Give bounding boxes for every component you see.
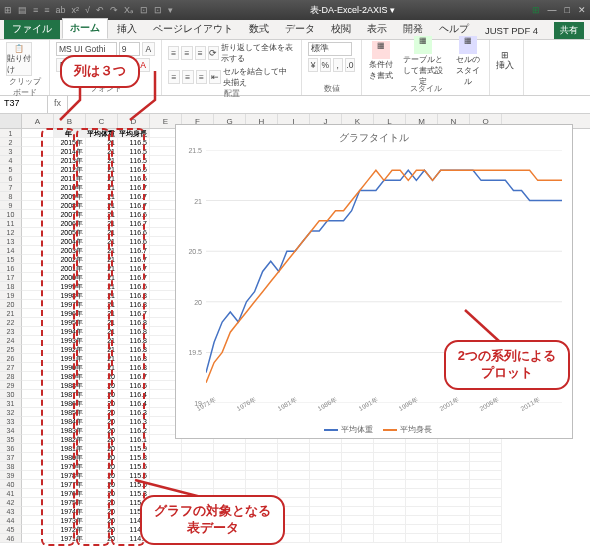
cell[interactable]: 21 xyxy=(86,210,118,219)
row-header[interactable]: 10 xyxy=(0,210,22,219)
row-header[interactable]: 22 xyxy=(0,318,22,327)
cell[interactable]: 2013年 xyxy=(54,156,86,165)
cell[interactable]: 20 xyxy=(86,534,118,543)
align-top-icon[interactable]: ≡ xyxy=(168,46,179,60)
cell-styles[interactable]: ▦セルのスタイル xyxy=(453,36,483,87)
cell[interactable]: 116.8 xyxy=(118,363,150,372)
grow-font-icon[interactable]: A xyxy=(142,42,155,56)
cell[interactable]: 1978年 xyxy=(54,471,86,480)
cell[interactable]: 20 xyxy=(86,390,118,399)
cell[interactable]: 21 xyxy=(86,300,118,309)
cell[interactable]: 1973年 xyxy=(54,516,86,525)
cell[interactable]: 116.6 xyxy=(118,228,150,237)
font-size[interactable]: 9 xyxy=(119,42,140,56)
cell[interactable]: 116.8 xyxy=(118,300,150,309)
cell[interactable]: 2001年 xyxy=(54,264,86,273)
comma-icon[interactable]: , xyxy=(333,58,343,72)
cell[interactable]: 2000年 xyxy=(54,273,86,282)
tab-formulas[interactable]: 数式 xyxy=(242,20,276,39)
cell[interactable]: 20 xyxy=(86,462,118,471)
row-header[interactable]: 17 xyxy=(0,273,22,282)
cell[interactable]: 平均体重 xyxy=(86,129,118,138)
cell[interactable]: 20 xyxy=(86,507,118,516)
cell[interactable]: 21 xyxy=(86,219,118,228)
col-header[interactable]: A xyxy=(22,114,54,128)
cell[interactable]: 2002年 xyxy=(54,255,86,264)
tab-view[interactable]: 表示 xyxy=(360,20,394,39)
insert-cells[interactable]: ⊞挿入 xyxy=(496,50,514,72)
row-header[interactable]: 36 xyxy=(0,444,22,453)
cell[interactable]: 21 xyxy=(86,264,118,273)
cell[interactable]: 115.8 xyxy=(118,453,150,462)
qat-icon[interactable]: ▤ xyxy=(18,5,27,15)
cell[interactable]: 1998年 xyxy=(54,291,86,300)
cell[interactable]: 21 xyxy=(86,354,118,363)
row-header[interactable]: 9 xyxy=(0,201,22,210)
cell[interactable]: 116.5 xyxy=(118,138,150,147)
wrap-text[interactable]: 折り返して全体を表示する xyxy=(221,42,295,64)
row-header[interactable]: 23 xyxy=(0,327,22,336)
cell[interactable]: 116.7 xyxy=(118,183,150,192)
cell[interactable]: 20 xyxy=(86,435,118,444)
row-header[interactable]: 20 xyxy=(0,300,22,309)
formula-input[interactable] xyxy=(68,96,590,113)
cell[interactable]: 116.2 xyxy=(118,426,150,435)
fx-icon[interactable]: fx xyxy=(48,96,68,113)
row-header[interactable]: 40 xyxy=(0,480,22,489)
indent-icon[interactable]: ⇤ xyxy=(209,70,221,84)
cell[interactable]: 21 xyxy=(86,255,118,264)
min-icon[interactable]: — xyxy=(548,5,557,15)
cell[interactable]: 21 xyxy=(86,237,118,246)
cell[interactable]: 21 xyxy=(86,318,118,327)
cell[interactable]: 2009年 xyxy=(54,192,86,201)
cell[interactable]: 116.8 xyxy=(118,336,150,345)
tbl-fmt[interactable]: ▦テーブルとして書式設定 xyxy=(400,36,447,87)
cell[interactable]: 1991年 xyxy=(54,354,86,363)
cell[interactable]: 21 xyxy=(86,291,118,300)
row-header[interactable]: 45 xyxy=(0,525,22,534)
cell[interactable]: 20 xyxy=(86,489,118,498)
cell[interactable]: 21 xyxy=(86,273,118,282)
col-header[interactable]: C xyxy=(86,114,118,128)
cell[interactable]: 2006年 xyxy=(54,219,86,228)
row-header[interactable]: 24 xyxy=(0,336,22,345)
cell[interactable]: 116.8 xyxy=(118,291,150,300)
row-header[interactable]: 16 xyxy=(0,264,22,273)
col-header[interactable]: B xyxy=(54,114,86,128)
cell[interactable]: 21 xyxy=(86,246,118,255)
cell[interactable]: 21 xyxy=(86,147,118,156)
row-header[interactable]: 38 xyxy=(0,462,22,471)
embedded-chart[interactable]: グラフタイトル 1919.52020.52121.5 1971年1976年198… xyxy=(175,124,573,439)
qat-icon[interactable]: Xₐ xyxy=(124,5,134,15)
row-header[interactable]: 14 xyxy=(0,246,22,255)
row-header[interactable]: 3 xyxy=(0,147,22,156)
row-header[interactable]: 12 xyxy=(0,228,22,237)
dec-inc-icon[interactable]: .0 xyxy=(345,58,355,72)
cell[interactable]: 115.5 xyxy=(118,480,150,489)
row-header[interactable]: 27 xyxy=(0,363,22,372)
cell[interactable]: 116.7 xyxy=(118,192,150,201)
save-icon[interactable]: ⊞ xyxy=(4,5,12,15)
row-header[interactable]: 28 xyxy=(0,372,22,381)
cell[interactable]: 2015年 xyxy=(54,138,86,147)
cell[interactable]: 116.7 xyxy=(118,219,150,228)
cell[interactable]: 116.5 xyxy=(118,381,150,390)
cell[interactable]: 1981年 xyxy=(54,444,86,453)
row-header[interactable]: 32 xyxy=(0,408,22,417)
cell[interactable]: 2010年 xyxy=(54,183,86,192)
qat-icon[interactable]: ▾ xyxy=(168,5,173,15)
percent-icon[interactable]: % xyxy=(320,58,330,72)
row-header[interactable]: 26 xyxy=(0,354,22,363)
align-right-icon[interactable]: ≡ xyxy=(196,70,208,84)
row-header[interactable]: 1 xyxy=(0,129,22,138)
align-bot-icon[interactable]: ≡ xyxy=(195,46,206,60)
tab-pagelayout[interactable]: ページレイアウト xyxy=(146,20,240,39)
qat-icon[interactable]: ≡ xyxy=(33,5,38,15)
cell[interactable]: 2003年 xyxy=(54,246,86,255)
cell[interactable]: 1999年 xyxy=(54,282,86,291)
cell[interactable]: 1979年 xyxy=(54,462,86,471)
cell[interactable]: 1974年 xyxy=(54,507,86,516)
row-header[interactable]: 11 xyxy=(0,219,22,228)
cell[interactable]: 1996年 xyxy=(54,309,86,318)
cell[interactable]: 1976年 xyxy=(54,489,86,498)
